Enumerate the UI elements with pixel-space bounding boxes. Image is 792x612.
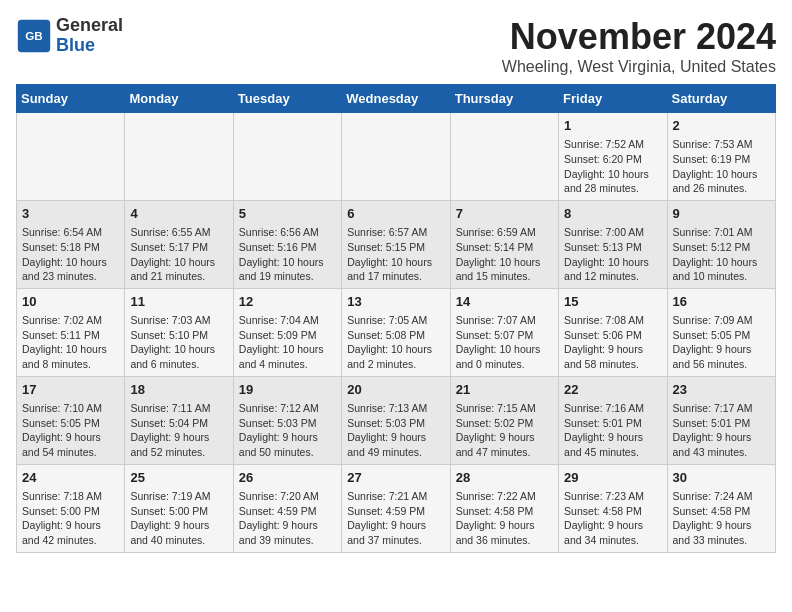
- calendar-day-cell: 4Sunrise: 6:55 AMSunset: 5:17 PMDaylight…: [125, 200, 233, 288]
- title-block: November 2024 Wheeling, West Virginia, U…: [502, 16, 776, 76]
- calendar-day-cell: 24Sunrise: 7:18 AMSunset: 5:00 PMDayligh…: [17, 464, 125, 552]
- calendar-day-cell: 10Sunrise: 7:02 AMSunset: 5:11 PMDayligh…: [17, 288, 125, 376]
- calendar-day-cell: 29Sunrise: 7:23 AMSunset: 4:58 PMDayligh…: [559, 464, 667, 552]
- day-number: 2: [673, 117, 770, 135]
- day-info: Sunrise: 7:01 AMSunset: 5:12 PMDaylight:…: [673, 225, 770, 284]
- calendar-week-row: 17Sunrise: 7:10 AMSunset: 5:05 PMDayligh…: [17, 376, 776, 464]
- calendar-day-cell: 7Sunrise: 6:59 AMSunset: 5:14 PMDaylight…: [450, 200, 558, 288]
- calendar-day-cell: 14Sunrise: 7:07 AMSunset: 5:07 PMDayligh…: [450, 288, 558, 376]
- calendar-day-cell: 20Sunrise: 7:13 AMSunset: 5:03 PMDayligh…: [342, 376, 450, 464]
- day-number: 27: [347, 469, 444, 487]
- calendar-body: 1Sunrise: 7:52 AMSunset: 6:20 PMDaylight…: [17, 113, 776, 553]
- calendar-header: SundayMondayTuesdayWednesdayThursdayFrid…: [17, 85, 776, 113]
- day-info: Sunrise: 7:12 AMSunset: 5:03 PMDaylight:…: [239, 401, 336, 460]
- day-number: 5: [239, 205, 336, 223]
- day-number: 20: [347, 381, 444, 399]
- calendar-day-cell: 6Sunrise: 6:57 AMSunset: 5:15 PMDaylight…: [342, 200, 450, 288]
- day-number: 24: [22, 469, 119, 487]
- logo-text: General Blue: [56, 16, 123, 56]
- logo: GB General Blue: [16, 16, 123, 56]
- day-number: 23: [673, 381, 770, 399]
- day-info: Sunrise: 7:09 AMSunset: 5:05 PMDaylight:…: [673, 313, 770, 372]
- day-number: 30: [673, 469, 770, 487]
- day-number: 13: [347, 293, 444, 311]
- day-number: 3: [22, 205, 119, 223]
- day-number: 18: [130, 381, 227, 399]
- day-info: Sunrise: 7:23 AMSunset: 4:58 PMDaylight:…: [564, 489, 661, 548]
- calendar-day-cell: 2Sunrise: 7:53 AMSunset: 6:19 PMDaylight…: [667, 113, 775, 201]
- day-number: 25: [130, 469, 227, 487]
- days-of-week-row: SundayMondayTuesdayWednesdayThursdayFrid…: [17, 85, 776, 113]
- calendar-day-cell: 26Sunrise: 7:20 AMSunset: 4:59 PMDayligh…: [233, 464, 341, 552]
- day-info: Sunrise: 7:13 AMSunset: 5:03 PMDaylight:…: [347, 401, 444, 460]
- calendar-table: SundayMondayTuesdayWednesdayThursdayFrid…: [16, 84, 776, 553]
- day-info: Sunrise: 7:04 AMSunset: 5:09 PMDaylight:…: [239, 313, 336, 372]
- calendar-week-row: 24Sunrise: 7:18 AMSunset: 5:00 PMDayligh…: [17, 464, 776, 552]
- calendar-day-cell: [342, 113, 450, 201]
- day-number: 16: [673, 293, 770, 311]
- day-info: Sunrise: 6:57 AMSunset: 5:15 PMDaylight:…: [347, 225, 444, 284]
- day-number: 6: [347, 205, 444, 223]
- calendar-day-cell: 13Sunrise: 7:05 AMSunset: 5:08 PMDayligh…: [342, 288, 450, 376]
- day-number: 26: [239, 469, 336, 487]
- day-info: Sunrise: 7:08 AMSunset: 5:06 PMDaylight:…: [564, 313, 661, 372]
- calendar-day-cell: 8Sunrise: 7:00 AMSunset: 5:13 PMDaylight…: [559, 200, 667, 288]
- day-of-week-header: Sunday: [17, 85, 125, 113]
- day-info: Sunrise: 7:52 AMSunset: 6:20 PMDaylight:…: [564, 137, 661, 196]
- calendar-day-cell: 9Sunrise: 7:01 AMSunset: 5:12 PMDaylight…: [667, 200, 775, 288]
- calendar-day-cell: 3Sunrise: 6:54 AMSunset: 5:18 PMDaylight…: [17, 200, 125, 288]
- day-info: Sunrise: 7:19 AMSunset: 5:00 PMDaylight:…: [130, 489, 227, 548]
- day-of-week-header: Friday: [559, 85, 667, 113]
- month-title: November 2024: [502, 16, 776, 58]
- calendar-week-row: 10Sunrise: 7:02 AMSunset: 5:11 PMDayligh…: [17, 288, 776, 376]
- day-info: Sunrise: 6:54 AMSunset: 5:18 PMDaylight:…: [22, 225, 119, 284]
- day-number: 17: [22, 381, 119, 399]
- calendar-day-cell: 22Sunrise: 7:16 AMSunset: 5:01 PMDayligh…: [559, 376, 667, 464]
- calendar-day-cell: 12Sunrise: 7:04 AMSunset: 5:09 PMDayligh…: [233, 288, 341, 376]
- calendar-day-cell: [450, 113, 558, 201]
- logo-icon: GB: [16, 18, 52, 54]
- calendar-day-cell: [125, 113, 233, 201]
- calendar-day-cell: 23Sunrise: 7:17 AMSunset: 5:01 PMDayligh…: [667, 376, 775, 464]
- calendar-day-cell: 11Sunrise: 7:03 AMSunset: 5:10 PMDayligh…: [125, 288, 233, 376]
- day-info: Sunrise: 7:22 AMSunset: 4:58 PMDaylight:…: [456, 489, 553, 548]
- day-info: Sunrise: 7:10 AMSunset: 5:05 PMDaylight:…: [22, 401, 119, 460]
- day-info: Sunrise: 7:03 AMSunset: 5:10 PMDaylight:…: [130, 313, 227, 372]
- day-of-week-header: Monday: [125, 85, 233, 113]
- calendar-day-cell: 28Sunrise: 7:22 AMSunset: 4:58 PMDayligh…: [450, 464, 558, 552]
- day-info: Sunrise: 7:05 AMSunset: 5:08 PMDaylight:…: [347, 313, 444, 372]
- calendar-day-cell: 21Sunrise: 7:15 AMSunset: 5:02 PMDayligh…: [450, 376, 558, 464]
- calendar-day-cell: 27Sunrise: 7:21 AMSunset: 4:59 PMDayligh…: [342, 464, 450, 552]
- day-of-week-header: Tuesday: [233, 85, 341, 113]
- calendar-day-cell: [233, 113, 341, 201]
- day-info: Sunrise: 7:16 AMSunset: 5:01 PMDaylight:…: [564, 401, 661, 460]
- calendar-week-row: 1Sunrise: 7:52 AMSunset: 6:20 PMDaylight…: [17, 113, 776, 201]
- day-info: Sunrise: 7:18 AMSunset: 5:00 PMDaylight:…: [22, 489, 119, 548]
- day-number: 9: [673, 205, 770, 223]
- day-number: 11: [130, 293, 227, 311]
- day-number: 29: [564, 469, 661, 487]
- day-of-week-header: Thursday: [450, 85, 558, 113]
- calendar-day-cell: 19Sunrise: 7:12 AMSunset: 5:03 PMDayligh…: [233, 376, 341, 464]
- calendar-day-cell: 18Sunrise: 7:11 AMSunset: 5:04 PMDayligh…: [125, 376, 233, 464]
- calendar-day-cell: [17, 113, 125, 201]
- calendar-day-cell: 16Sunrise: 7:09 AMSunset: 5:05 PMDayligh…: [667, 288, 775, 376]
- calendar-day-cell: 15Sunrise: 7:08 AMSunset: 5:06 PMDayligh…: [559, 288, 667, 376]
- day-number: 22: [564, 381, 661, 399]
- day-number: 28: [456, 469, 553, 487]
- calendar-day-cell: 25Sunrise: 7:19 AMSunset: 5:00 PMDayligh…: [125, 464, 233, 552]
- day-info: Sunrise: 7:11 AMSunset: 5:04 PMDaylight:…: [130, 401, 227, 460]
- day-info: Sunrise: 7:53 AMSunset: 6:19 PMDaylight:…: [673, 137, 770, 196]
- calendar-day-cell: 1Sunrise: 7:52 AMSunset: 6:20 PMDaylight…: [559, 113, 667, 201]
- svg-text:GB: GB: [25, 28, 43, 41]
- day-of-week-header: Saturday: [667, 85, 775, 113]
- day-info: Sunrise: 6:55 AMSunset: 5:17 PMDaylight:…: [130, 225, 227, 284]
- calendar-day-cell: 5Sunrise: 6:56 AMSunset: 5:16 PMDaylight…: [233, 200, 341, 288]
- day-info: Sunrise: 7:21 AMSunset: 4:59 PMDaylight:…: [347, 489, 444, 548]
- calendar-day-cell: 17Sunrise: 7:10 AMSunset: 5:05 PMDayligh…: [17, 376, 125, 464]
- day-info: Sunrise: 7:07 AMSunset: 5:07 PMDaylight:…: [456, 313, 553, 372]
- location: Wheeling, West Virginia, United States: [502, 58, 776, 76]
- day-info: Sunrise: 7:02 AMSunset: 5:11 PMDaylight:…: [22, 313, 119, 372]
- day-number: 12: [239, 293, 336, 311]
- page-header: GB General Blue November 2024 Wheeling, …: [16, 16, 776, 76]
